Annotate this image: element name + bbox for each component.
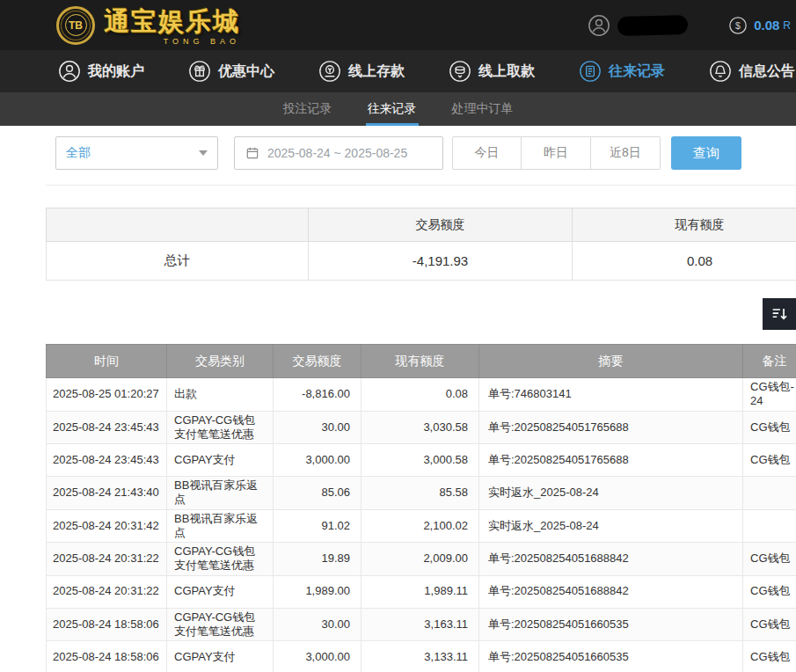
nav-item-my-account[interactable]: 我的账户 [58,60,144,83]
topbar-right: $ 0.08 R [588,14,791,37]
date-range-picker[interactable]: 2025-08-24 ~ 2025-08-25 [234,136,443,170]
search-button[interactable]: 查询 [671,136,741,170]
last-8-days-button[interactable]: 近8日 [591,136,661,170]
filter-bar: 全部 2025-08-24 ~ 2025-08-25 今日 昨日 近8日 查询 [55,136,796,170]
type-select-value: 全部 [66,145,91,161]
gift-icon [188,60,211,83]
summary-header-transaction: 交易额度 [309,208,573,242]
header-amount: 交易额度 [274,345,361,378]
nav-label: 信息公告 [739,62,795,81]
sort-row [46,298,796,330]
topbar: TB 通宝娱乐城 TONG BAO $ 0.08 R [0,0,796,50]
main-nav: 我的账户 优惠中心 线上存款 线上取款 [0,50,796,92]
nav-label: 线上存款 [348,62,405,81]
time-cell: 2025-08-24 20:31:42 [47,509,167,543]
nav-item-deposit[interactable]: 线上存款 [318,60,405,83]
type-cell: CGPAY-CG钱包支付笔笔送优惠 [167,608,274,641]
balance-cell: 3,030.58 [361,411,479,444]
user-icon [58,60,81,83]
summary-cell: 单号:202508254051765688 [479,411,743,444]
summary-cell: 单号:746803141 [479,378,743,412]
amount-cell: 85.06 [274,477,361,510]
note-cell: CG钱包 [743,411,796,444]
tab-transaction-records[interactable]: 往来记录 [366,92,419,126]
header-summary: 摘要 [479,345,743,378]
time-cell: 2025-08-24 20:31:22 [47,575,167,608]
balance-cell: 3,133.11 [361,641,479,672]
nav-item-promotions[interactable]: 优惠中心 [188,60,274,83]
summary-cell: 实时返水_2025-08-24 [479,509,743,543]
type-select[interactable]: 全部 [55,136,218,170]
type-cell: CGPAY支付 [167,444,274,477]
tab-processing-orders[interactable]: 处理中订单 [450,92,515,126]
summary-table: 交易额度 现有额度 总计 -4,191.93 0.08 [46,208,796,281]
nav-label: 我的账户 [88,62,144,81]
time-cell: 2025-08-24 23:45:43 [47,411,167,444]
table-row: 2025-08-24 20:31:22CGPAY支付1,989.001,989.… [47,575,796,608]
summary-total-balance: 0.08 [573,242,796,281]
site-logo[interactable]: TB 通宝娱乐城 TONG BAO [56,4,240,46]
nav-label: 往来记录 [609,62,665,81]
type-cell: CGPAY支付 [167,575,274,608]
balance-cell: 1,989.11 [361,575,479,608]
time-cell: 2025-08-24 20:31:22 [47,543,167,576]
records-icon [579,60,602,83]
type-cell: 出款 [167,378,274,412]
yesterday-button[interactable]: 昨日 [522,136,591,170]
username-redacted [617,14,689,35]
amount-cell: 30.00 [274,411,361,444]
type-cell: CGPAY-CG钱包支付笔笔送优惠 [167,411,274,444]
table-row: 2025-08-25 01:20:27出款-8,816.000.08单号:746… [47,378,796,412]
balance-currency: R [783,19,791,32]
sort-descending-icon [770,304,789,324]
amount-cell: 19.89 [274,543,361,576]
note-cell: CG钱包 [743,575,796,608]
content: 全部 2025-08-24 ~ 2025-08-25 今日 昨日 近8日 查询 … [0,126,796,672]
table-row: 2025-08-24 23:45:43CGPAY-CG钱包支付笔笔送优惠30.0… [47,411,796,444]
records-header-row: 时间 交易类别 交易额度 现有额度 摘要 备注 [47,345,796,378]
balance-amount: 0.08 [754,18,779,33]
table-row: 2025-08-24 21:43:40BB视讯百家乐返点85.0685.58实时… [47,477,796,510]
today-button[interactable]: 今日 [452,136,522,170]
note-cell [743,477,796,510]
tab-betting-records[interactable]: 投注记录 [281,92,334,126]
svg-text:$: $ [735,20,741,31]
balance-cell: 3,163.11 [361,608,479,641]
summary-cell: 单号:202508254051688842 [479,575,743,608]
nav-label: 优惠中心 [218,62,274,81]
amount-cell: 1,989.00 [274,575,361,608]
records-body: 2025-08-25 01:20:27出款-8,816.000.08单号:746… [47,378,796,672]
balance-cell: 85.58 [361,477,479,510]
summary-header-empty [47,208,309,242]
balance-cell: 3,000.58 [361,444,479,477]
date-range-value: 2025-08-24 ~ 2025-08-25 [267,146,407,160]
calendar-icon [245,146,259,160]
note-cell: CG钱包 [743,608,796,641]
amount-cell: 30.00 [274,608,361,641]
header-balance: 现有额度 [361,345,479,378]
nav-item-withdrawal[interactable]: 线上取款 [449,60,535,83]
summary-cell: 单号:202508254051688842 [479,543,743,576]
type-cell: CGPAY-CG钱包支付笔笔送优惠 [167,543,274,576]
balance-cell: 0.08 [361,378,479,412]
table-row: 2025-08-24 18:58:06CGPAY-CG钱包支付笔笔送优惠30.0… [47,608,796,641]
summary-cell: 实时返水_2025-08-24 [479,477,743,510]
balance-cell: 2,100.02 [361,509,479,543]
note-cell: CG钱包-24 [743,378,796,412]
logo-chip-icon: TB [56,6,95,45]
time-cell: 2025-08-25 01:20:27 [47,378,167,412]
type-cell: CGPAY支付 [167,641,274,672]
time-cell: 2025-08-24 18:58:06 [47,608,167,641]
summary-cell: 单号:202508254051765688 [479,444,743,477]
table-row: 2025-08-24 20:31:42BB视讯百家乐返点91.022,100.0… [47,509,796,543]
nav-item-transaction-records[interactable]: 往来记录 [579,60,665,83]
quick-range-group: 今日 昨日 近8日 [452,136,661,170]
nav-item-announcements[interactable]: 信息公告 [709,60,795,83]
sort-button[interactable] [763,298,796,330]
deposit-icon [318,60,341,83]
summary-cell: 单号:202508254051660535 [479,641,743,672]
records-table: 时间 交易类别 交易额度 现有额度 摘要 备注 2025-08-25 01:20… [46,344,796,672]
time-cell: 2025-08-24 21:43:40 [47,477,167,510]
user-icon[interactable] [588,14,610,37]
summary-total-label: 总计 [47,242,309,281]
